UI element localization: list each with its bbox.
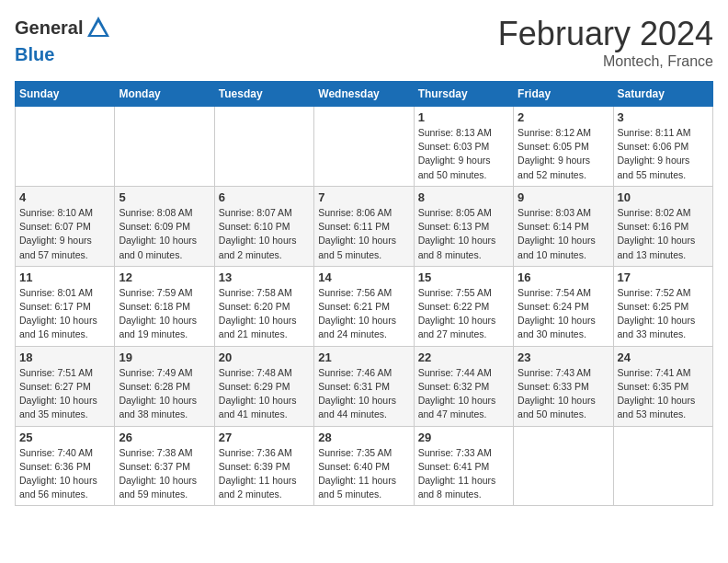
week-row-2: 4Sunrise: 8:10 AM Sunset: 6:07 PM Daylig… (16, 186, 713, 266)
day-cell: 24Sunrise: 7:41 AM Sunset: 6:35 PM Dayli… (613, 346, 712, 426)
day-number: 5 (119, 190, 210, 204)
day-number: 16 (518, 270, 609, 284)
day-info: Sunrise: 8:01 AM Sunset: 6:17 PM Dayligh… (19, 286, 110, 342)
day-cell: 3Sunrise: 8:11 AM Sunset: 6:06 PM Daylig… (613, 107, 712, 187)
day-info: Sunrise: 7:54 AM Sunset: 6:24 PM Dayligh… (518, 286, 609, 342)
day-info: Sunrise: 7:44 AM Sunset: 6:32 PM Dayligh… (418, 366, 509, 422)
day-info: Sunrise: 8:08 AM Sunset: 6:09 PM Dayligh… (119, 206, 210, 262)
day-number: 7 (318, 190, 409, 204)
week-row-1: 1Sunrise: 8:13 AM Sunset: 6:03 PM Daylig… (16, 107, 713, 187)
day-cell (16, 107, 115, 187)
day-info: Sunrise: 7:58 AM Sunset: 6:20 PM Dayligh… (219, 286, 310, 342)
day-number: 25 (19, 431, 110, 444)
day-number: 14 (318, 270, 409, 284)
day-number: 1 (418, 110, 509, 124)
day-cell: 4Sunrise: 8:10 AM Sunset: 6:07 PM Daylig… (16, 186, 115, 266)
day-cell: 21Sunrise: 7:46 AM Sunset: 6:31 PM Dayli… (314, 346, 414, 426)
header-wednesday: Wednesday (314, 82, 414, 107)
day-cell: 17Sunrise: 7:52 AM Sunset: 6:25 PM Dayli… (613, 266, 712, 346)
day-number: 6 (219, 190, 310, 204)
day-info: Sunrise: 8:12 AM Sunset: 6:05 PM Dayligh… (518, 126, 609, 182)
day-number: 15 (418, 270, 509, 284)
day-cell: 19Sunrise: 7:49 AM Sunset: 6:28 PM Dayli… (115, 346, 214, 426)
day-info: Sunrise: 7:43 AM Sunset: 6:33 PM Dayligh… (518, 366, 609, 422)
day-number: 22 (418, 350, 509, 364)
day-info: Sunrise: 7:40 AM Sunset: 6:36 PM Dayligh… (19, 446, 110, 502)
day-cell: 7Sunrise: 8:06 AM Sunset: 6:11 PM Daylig… (314, 186, 414, 266)
title-block: February 2024 Montech, France (498, 15, 713, 70)
day-cell: 10Sunrise: 8:02 AM Sunset: 6:16 PM Dayli… (613, 186, 712, 266)
week-row-3: 11Sunrise: 8:01 AM Sunset: 6:17 PM Dayli… (16, 266, 713, 346)
day-info: Sunrise: 7:56 AM Sunset: 6:21 PM Dayligh… (318, 286, 409, 342)
day-cell: 15Sunrise: 7:55 AM Sunset: 6:22 PM Dayli… (414, 266, 513, 346)
day-cell: 14Sunrise: 7:56 AM Sunset: 6:21 PM Dayli… (314, 266, 414, 346)
day-cell: 23Sunrise: 7:43 AM Sunset: 6:33 PM Dayli… (514, 346, 613, 426)
day-number: 18 (19, 350, 110, 364)
day-number: 23 (518, 350, 609, 364)
day-cell: 1Sunrise: 8:13 AM Sunset: 6:03 PM Daylig… (414, 107, 513, 187)
day-number: 29 (418, 431, 509, 444)
day-cell: 13Sunrise: 7:58 AM Sunset: 6:20 PM Dayli… (214, 266, 313, 346)
day-number: 24 (618, 350, 709, 364)
day-info: Sunrise: 7:35 AM Sunset: 6:40 PM Dayligh… (318, 446, 409, 502)
day-info: Sunrise: 8:03 AM Sunset: 6:14 PM Dayligh… (518, 206, 609, 262)
day-info: Sunrise: 8:05 AM Sunset: 6:13 PM Dayligh… (418, 206, 509, 262)
day-cell (214, 107, 313, 187)
day-info: Sunrise: 7:33 AM Sunset: 6:41 PM Dayligh… (418, 446, 509, 502)
day-info: Sunrise: 8:10 AM Sunset: 6:07 PM Dayligh… (19, 206, 110, 262)
logo-general: General (15, 17, 83, 38)
day-cell (314, 107, 414, 187)
day-number: 28 (318, 431, 409, 444)
calendar-header-row: SundayMondayTuesdayWednesdayThursdayFrid… (16, 82, 713, 107)
logo: General Blue (15, 15, 112, 64)
day-number: 26 (119, 431, 210, 444)
day-number: 13 (219, 270, 310, 284)
day-cell: 16Sunrise: 7:54 AM Sunset: 6:24 PM Dayli… (514, 266, 613, 346)
day-number: 10 (618, 190, 709, 204)
day-cell: 2Sunrise: 8:12 AM Sunset: 6:05 PM Daylig… (514, 107, 613, 187)
calendar-table: SundayMondayTuesdayWednesdayThursdayFrid… (15, 81, 713, 506)
day-number: 11 (19, 270, 110, 284)
logo-blue: Blue (15, 44, 112, 64)
day-info: Sunrise: 8:02 AM Sunset: 6:16 PM Dayligh… (618, 206, 709, 262)
day-cell: 27Sunrise: 7:36 AM Sunset: 6:39 PM Dayli… (214, 426, 313, 506)
day-cell: 28Sunrise: 7:35 AM Sunset: 6:40 PM Dayli… (314, 426, 414, 506)
day-cell: 20Sunrise: 7:48 AM Sunset: 6:29 PM Dayli… (214, 346, 313, 426)
day-cell: 8Sunrise: 8:05 AM Sunset: 6:13 PM Daylig… (414, 186, 513, 266)
page-header: General Blue February 2024 Montech, Fran… (15, 15, 713, 70)
day-number: 2 (518, 110, 609, 124)
month-title: February 2024 (498, 15, 713, 53)
day-number: 20 (219, 350, 310, 364)
day-info: Sunrise: 7:36 AM Sunset: 6:39 PM Dayligh… (219, 446, 310, 502)
day-number: 12 (119, 270, 210, 284)
location: Montech, France (498, 53, 713, 70)
header-sunday: Sunday (16, 82, 115, 107)
week-row-5: 25Sunrise: 7:40 AM Sunset: 6:36 PM Dayli… (16, 426, 713, 506)
day-number: 19 (119, 350, 210, 364)
day-info: Sunrise: 7:48 AM Sunset: 6:29 PM Dayligh… (219, 366, 310, 422)
day-info: Sunrise: 7:55 AM Sunset: 6:22 PM Dayligh… (418, 286, 509, 342)
day-info: Sunrise: 7:59 AM Sunset: 6:18 PM Dayligh… (119, 286, 210, 342)
day-cell (115, 107, 214, 187)
day-number: 17 (618, 270, 709, 284)
day-cell: 6Sunrise: 8:07 AM Sunset: 6:10 PM Daylig… (214, 186, 313, 266)
header-saturday: Saturday (613, 82, 712, 107)
day-number: 3 (618, 110, 709, 124)
header-friday: Friday (514, 82, 613, 107)
day-number: 27 (219, 431, 310, 444)
day-cell: 12Sunrise: 7:59 AM Sunset: 6:18 PM Dayli… (115, 266, 214, 346)
header-monday: Monday (115, 82, 214, 107)
day-info: Sunrise: 8:13 AM Sunset: 6:03 PM Dayligh… (418, 126, 509, 182)
day-cell: 18Sunrise: 7:51 AM Sunset: 6:27 PM Dayli… (16, 346, 115, 426)
day-info: Sunrise: 8:11 AM Sunset: 6:06 PM Dayligh… (618, 126, 709, 182)
logo-icon (85, 15, 111, 40)
week-row-4: 18Sunrise: 7:51 AM Sunset: 6:27 PM Dayli… (16, 346, 713, 426)
day-cell (613, 426, 712, 506)
day-info: Sunrise: 7:49 AM Sunset: 6:28 PM Dayligh… (119, 366, 210, 422)
day-number: 4 (19, 190, 110, 204)
day-info: Sunrise: 7:38 AM Sunset: 6:37 PM Dayligh… (119, 446, 210, 502)
day-number: 8 (418, 190, 509, 204)
day-cell: 5Sunrise: 8:08 AM Sunset: 6:09 PM Daylig… (115, 186, 214, 266)
header-thursday: Thursday (414, 82, 513, 107)
day-cell: 9Sunrise: 8:03 AM Sunset: 6:14 PM Daylig… (514, 186, 613, 266)
